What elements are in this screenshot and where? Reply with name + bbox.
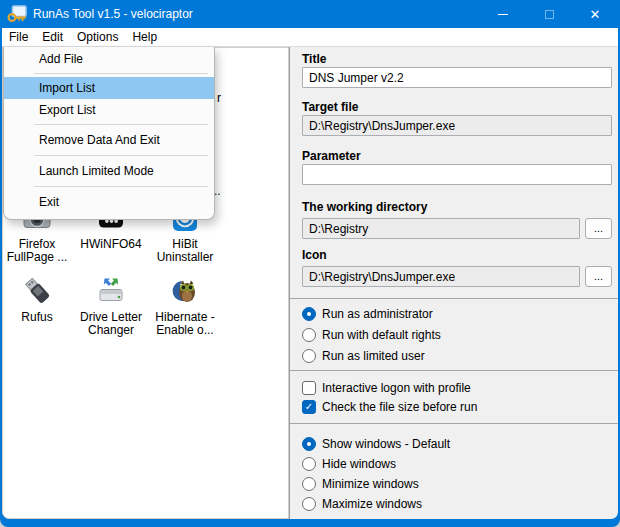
runas-tool-window: RunAs Tool v1.5 - velociraptor ✕ File Ed… — [0, 0, 620, 527]
owl-icon — [169, 275, 201, 307]
menu-item-launch-limited-mode[interactable]: Launch Limited Mode — [4, 159, 214, 183]
usb-drive-icon — [21, 275, 53, 307]
menu-help[interactable]: Help — [132, 30, 157, 44]
app-label: HWiNFO64 — [73, 238, 149, 251]
menu-bar: File Edit Options Help — [2, 28, 618, 47]
icon-label: Icon — [302, 248, 327, 262]
app-label: HiBit Uninstaller — [147, 238, 223, 264]
radio-run-default-rights[interactable]: Run with default rights — [302, 325, 441, 345]
radio-icon — [302, 328, 316, 342]
menu-separator — [34, 73, 208, 74]
hard-drive-icon — [95, 275, 127, 307]
target-file-input[interactable] — [302, 115, 612, 136]
checkbox-interactive-logon[interactable]: Interactive logon with profile — [302, 378, 471, 398]
window-controls: ✕ — [480, 0, 618, 28]
menu-separator — [34, 186, 208, 187]
app-label: Firefox FullPage ... — [0, 238, 75, 264]
properties-panel: Title Target file Parameter The working … — [289, 47, 618, 519]
radio-show-windows-default[interactable]: Show windows - Default — [302, 434, 450, 454]
menu-file[interactable]: File — [9, 30, 28, 44]
radio-maximize-windows[interactable]: Maximize windows — [302, 494, 422, 514]
list-item-rufus[interactable]: Rufus — [0, 275, 75, 324]
menu-item-export-list[interactable]: Export List — [4, 99, 214, 121]
checkbox-icon — [302, 381, 316, 395]
menu-item-exit[interactable]: Exit — [4, 190, 214, 214]
radio-run-as-administrator[interactable]: Run as administrator — [302, 304, 433, 324]
obscured-app-label: r — [217, 91, 221, 105]
app-label: Drive Letter Changer — [73, 311, 149, 337]
app-key-icon — [7, 5, 27, 23]
radio-hide-windows[interactable]: Hide windows — [302, 454, 396, 474]
parameter-label: Parameter — [302, 149, 361, 163]
radio-selected-icon — [302, 437, 316, 451]
checkbox-checked-icon: ✓ — [302, 400, 316, 414]
title-label: Title — [302, 52, 326, 66]
menu-item-add-file[interactable]: Add File — [4, 48, 214, 70]
radio-minimize-windows[interactable]: Minimize windows — [302, 474, 419, 494]
maximize-icon — [526, 0, 572, 28]
working-directory-input[interactable] — [302, 218, 580, 239]
menu-options[interactable]: Options — [77, 30, 118, 44]
minimize-icon[interactable] — [480, 0, 526, 28]
obscured-app-label: .. — [214, 184, 221, 198]
icon-path-input[interactable] — [302, 266, 580, 287]
close-icon[interactable]: ✕ — [572, 0, 618, 28]
target-file-label: Target file — [302, 100, 358, 114]
list-item-hibernate-enable[interactable]: Hibernate - Enable o... — [147, 275, 223, 337]
title-bar[interactable]: RunAs Tool v1.5 - velociraptor ✕ — [0, 0, 620, 28]
browse-icon-button[interactable]: ... — [585, 266, 612, 287]
radio-icon — [302, 477, 316, 491]
radio-run-limited-user[interactable]: Run as limited user — [302, 346, 425, 366]
radio-icon — [302, 457, 316, 471]
divider — [290, 423, 618, 424]
file-menu-popup: Add File Import List Export List Remove … — [3, 47, 215, 220]
radio-selected-icon — [302, 307, 316, 321]
menu-item-remove-data-and-exit[interactable]: Remove Data And Exit — [4, 128, 214, 152]
title-input[interactable] — [302, 67, 612, 88]
divider — [290, 298, 618, 299]
divider — [290, 370, 618, 371]
menu-item-import-list[interactable]: Import List — [4, 77, 214, 99]
app-label: Rufus — [0, 311, 75, 324]
app-label: Hibernate - Enable o... — [147, 311, 223, 337]
menu-separator — [34, 124, 208, 125]
checkbox-check-file-size[interactable]: ✓ Check the file size before run — [302, 397, 477, 417]
menu-edit[interactable]: Edit — [42, 30, 63, 44]
browse-workdir-button[interactable]: ... — [585, 218, 612, 239]
parameter-input[interactable] — [302, 164, 612, 185]
window-title: RunAs Tool v1.5 - velociraptor — [33, 0, 193, 28]
radio-icon — [302, 497, 316, 511]
working-directory-label: The working directory — [302, 200, 427, 214]
menu-separator — [34, 155, 208, 156]
radio-icon — [302, 349, 316, 363]
list-item-drive-letter-changer[interactable]: Drive Letter Changer — [73, 275, 149, 337]
